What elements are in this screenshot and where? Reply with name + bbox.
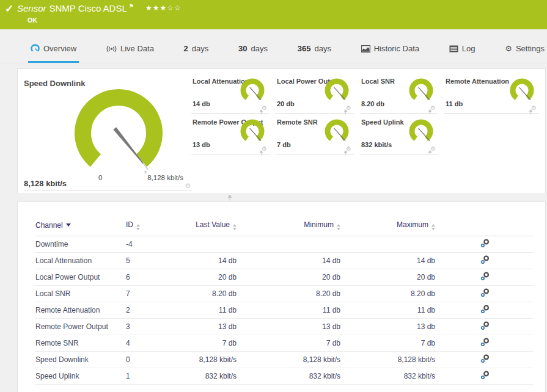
gauge-value: 20 db xyxy=(277,100,295,107)
cell-channel: Downtime xyxy=(35,236,126,253)
wrench-edit-channel-icon[interactable] xyxy=(480,305,490,314)
stars-filled: ★★★ xyxy=(145,4,167,12)
mini-gauge-local-power-output[interactable]: Local Power Output20 db⚙ xyxy=(276,73,354,114)
gauge-actions: ⚙ xyxy=(262,105,267,111)
gauge-value: 14 db xyxy=(193,100,210,107)
mini-gauges: Local Attenuation14 db⚙Local Power Outpu… xyxy=(191,73,545,154)
pin-icon[interactable] xyxy=(259,150,263,156)
gauge-scale-min: 0 xyxy=(98,174,102,181)
tab-settings[interactable]: ⚙ Settings xyxy=(502,44,547,63)
cell-channel: Remote Power Output xyxy=(35,319,126,335)
tab-bar: Overview Live Data 2 days 30 days 365 da… xyxy=(0,29,547,64)
cell-id: 6 xyxy=(126,269,185,286)
pin-icon[interactable] xyxy=(529,109,533,115)
pin-icon[interactable] xyxy=(343,150,348,156)
mini-gauge-speed-uplink[interactable]: Speed Uplink832 kbit/s⚙ xyxy=(360,114,438,154)
cell-last-value: 20 db xyxy=(185,269,239,286)
col-channel[interactable]: Channel xyxy=(35,220,126,236)
tab-365-days[interactable]: 365 days xyxy=(295,44,334,63)
gauge-dial xyxy=(408,118,435,145)
cell-last-value: 8.20 db xyxy=(185,286,239,302)
gauge-dial xyxy=(239,77,266,104)
gauge-actions: ⚙ xyxy=(430,146,436,152)
flag-icon[interactable]: ⚑ xyxy=(129,3,134,9)
cell-maximum: 20 db xyxy=(343,269,438,286)
wrench-edit-channel-icon[interactable] xyxy=(480,239,490,248)
pin-icon[interactable] xyxy=(428,150,432,156)
cell-actions xyxy=(438,319,533,335)
mini-gauge-local-snr[interactable]: Local SNR8.20 db⚙ xyxy=(360,73,438,114)
cell-last-value: 7 db xyxy=(185,335,239,352)
tab-overview[interactable]: Overview xyxy=(28,44,79,63)
cell-actions xyxy=(438,352,533,368)
pin-icon[interactable] xyxy=(227,195,232,201)
mini-gauge-local-attenuation[interactable]: Local Attenuation14 db⚙ xyxy=(191,73,270,114)
mini-gauge-remote-attenuation[interactable]: Remote Attenuation11 db⚙ xyxy=(444,73,539,114)
cell-actions xyxy=(438,269,533,286)
cell-last-value xyxy=(185,236,239,253)
cell-last-value: 14 db xyxy=(185,253,239,269)
cell-channel: Remote Attenuation xyxy=(35,302,126,319)
sort-desc-icon xyxy=(66,223,71,227)
gauge-title: Speed Uplink xyxy=(361,118,404,126)
table-row-downtime: Downtime-4 xyxy=(35,236,533,253)
tab-label: Settings xyxy=(516,44,545,53)
gauge-icon xyxy=(31,44,40,53)
gauge-value: 8,128 kbit/s xyxy=(24,179,67,188)
wrench-edit-channel-icon[interactable] xyxy=(480,272,490,281)
cell-id: -4 xyxy=(126,236,185,253)
settings-gear-icon: ⚙ xyxy=(505,45,512,53)
tab-historic-data[interactable]: Historic Data xyxy=(359,44,422,63)
sensor-title-prefix: Sensor xyxy=(17,3,46,13)
gauge-value: 7 db xyxy=(277,141,291,148)
col-id[interactable]: ID xyxy=(126,220,185,236)
cell-last-value: 832 kbit/s xyxy=(185,368,239,385)
tab-30-days[interactable]: 30 days xyxy=(236,44,270,63)
area-chart-icon xyxy=(361,45,370,53)
tab-label: Live Data xyxy=(120,44,154,53)
cell-minimum: 14 db xyxy=(239,253,343,269)
channel-settings-gear-icon[interactable]: ⚙ xyxy=(185,183,191,189)
tab-log[interactable]: Log xyxy=(447,44,478,63)
tab-label: days xyxy=(251,44,268,53)
gauge-scale-max: 8,128 kbit/s xyxy=(147,174,183,181)
cell-channel: Local Power Output xyxy=(35,269,126,286)
tab-label: Log xyxy=(462,44,475,53)
col-minimum[interactable]: Minimum xyxy=(239,220,343,236)
sort-icon xyxy=(431,224,435,230)
stars-empty: ☆☆ xyxy=(167,4,182,12)
cell-maximum: 8.20 db xyxy=(343,286,438,302)
table-row-local-attenuation: Local Attenuation514 db14 db14 db xyxy=(35,253,533,269)
cell-id: 7 xyxy=(126,286,185,302)
gauge-value: 13 db xyxy=(193,141,210,148)
col-maximum[interactable]: Maximum xyxy=(343,220,438,236)
wrench-edit-channel-icon[interactable] xyxy=(480,255,490,264)
gauge-actions: ⚙ xyxy=(430,105,436,111)
wrench-edit-channel-icon[interactable] xyxy=(480,288,490,297)
tab-2-days[interactable]: 2 days xyxy=(182,44,211,63)
cell-last-value: 11 db xyxy=(185,302,239,319)
gauge-actions: ⚙ xyxy=(262,146,267,152)
cell-last-value: 8,128 kbit/s xyxy=(185,352,239,368)
sort-icon xyxy=(233,224,237,230)
mini-gauge-remote-power-output[interactable]: Remote Power Output13 db⚙ xyxy=(191,114,270,154)
priority-stars[interactable]: ★★★☆☆ xyxy=(145,4,182,12)
tab-label: days xyxy=(192,44,208,53)
status-badge: OK xyxy=(28,16,37,24)
cell-minimum: 8,128 kbit/s xyxy=(239,352,343,368)
channel-table-body: Downtime-4Local Attenuation514 db14 db14… xyxy=(35,236,533,385)
cell-actions xyxy=(438,236,533,253)
mini-gauge-remote-snr[interactable]: Remote SNR7 db⚙ xyxy=(276,114,354,154)
tab-live-data[interactable]: Live Data xyxy=(104,44,156,63)
wrench-edit-channel-icon[interactable] xyxy=(480,338,490,347)
cell-id: 1 xyxy=(126,368,185,385)
svg-text:x: x xyxy=(144,169,147,175)
main-gauge-speed-downlink[interactable]: Speed Downlink x 0 8,128 kbit/s 8,128 kb… xyxy=(24,69,192,191)
wrench-edit-channel-icon[interactable] xyxy=(480,354,490,363)
cell-maximum: 7 db xyxy=(343,335,438,352)
channel-table: Channel ID Last Value Minimum Maximum Do… xyxy=(35,220,533,385)
wrench-edit-channel-icon[interactable] xyxy=(480,371,490,380)
gauge-actions: ⚙ xyxy=(346,146,351,152)
wrench-edit-channel-icon[interactable] xyxy=(480,321,490,330)
col-last-value[interactable]: Last Value xyxy=(185,220,239,236)
